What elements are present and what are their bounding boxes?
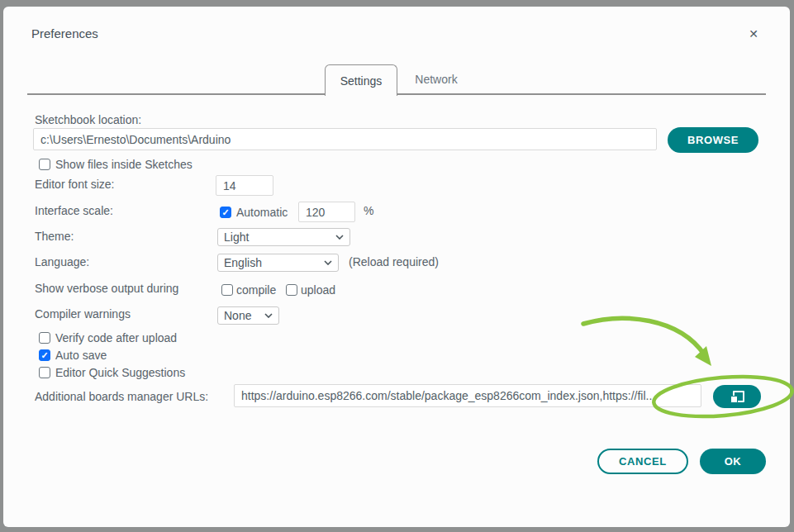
- show-files-checkbox-row[interactable]: Show files inside Sketches: [39, 158, 193, 171]
- boards-urls-label: Additional boards manager URLs:: [35, 390, 208, 403]
- compiler-warnings-label: Compiler warnings: [35, 307, 131, 321]
- verbose-compile-row[interactable]: compile: [221, 283, 276, 297]
- interface-scale-label: Interface scale:: [35, 204, 113, 217]
- chevron-down-icon: [264, 313, 273, 318]
- quick-suggestions-label: Editor Quick Suggestions: [55, 366, 185, 379]
- auto-save-row[interactable]: Auto save: [39, 349, 107, 362]
- compiler-warnings-select[interactable]: None: [217, 306, 279, 325]
- chevron-down-icon: [335, 235, 344, 240]
- chevron-down-icon: [324, 260, 332, 265]
- boards-urls-dialog-button[interactable]: [713, 385, 761, 408]
- theme-select-value: Light: [224, 230, 249, 244]
- auto-save-label: Auto save: [55, 349, 107, 362]
- interface-scale-auto-checkbox[interactable]: [220, 207, 231, 218]
- preferences-dialog: Preferences ✕ Settings Network Sketchboo…: [3, 7, 790, 527]
- cancel-button[interactable]: CANCEL: [597, 449, 688, 474]
- editor-font-size-label: Editor font size:: [35, 178, 115, 191]
- page-title: Preferences: [31, 26, 98, 40]
- show-files-label: Show files inside Sketches: [55, 158, 193, 171]
- overlapping-windows-icon: [730, 391, 744, 403]
- tab-settings[interactable]: Settings: [325, 64, 397, 96]
- theme-select[interactable]: Light: [217, 228, 350, 246]
- interface-scale-input[interactable]: [298, 202, 355, 222]
- quick-suggestions-row[interactable]: Editor Quick Suggestions: [39, 366, 185, 379]
- auto-save-checkbox[interactable]: [39, 349, 50, 361]
- quick-suggestions-checkbox[interactable]: [39, 367, 50, 378]
- annotation-arrow-shaft: [583, 318, 705, 355]
- tab-network-label: Network: [415, 73, 457, 86]
- language-label: Language:: [35, 255, 89, 268]
- language-reload-note: (Reload required): [349, 255, 439, 268]
- theme-label: Theme:: [35, 230, 74, 243]
- ok-button[interactable]: OK: [700, 449, 766, 474]
- annotation-arrow-head: [695, 346, 711, 366]
- compiler-warnings-value: None: [224, 309, 251, 322]
- show-files-checkbox[interactable]: [39, 159, 50, 170]
- verify-code-row[interactable]: Verify code after upload: [39, 331, 177, 344]
- interface-scale-auto-label: Automatic: [236, 206, 288, 219]
- browse-button[interactable]: BROWSE: [668, 127, 758, 153]
- verbose-upload-row[interactable]: upload: [286, 283, 335, 297]
- verify-code-checkbox[interactable]: [39, 332, 50, 344]
- verbose-upload-label: upload: [301, 283, 335, 297]
- language-select-value: English: [224, 256, 262, 269]
- verbose-upload-checkbox[interactable]: [286, 284, 297, 296]
- language-select[interactable]: English: [217, 254, 339, 272]
- verify-code-label: Verify code after upload: [55, 331, 177, 344]
- tab-settings-label: Settings: [340, 74, 383, 88]
- verbose-compile-checkbox[interactable]: [221, 284, 233, 296]
- verbose-compile-label: compile: [236, 283, 276, 297]
- close-icon[interactable]: ✕: [744, 25, 763, 43]
- sketchbook-location-input[interactable]: [33, 128, 657, 150]
- editor-font-size-input[interactable]: [216, 175, 273, 196]
- boards-urls-input[interactable]: [234, 384, 701, 407]
- interface-scale-unit: %: [364, 204, 373, 217]
- interface-scale-auto-row[interactable]: Automatic: [220, 206, 288, 219]
- verbose-output-label: Show verbose output during: [35, 282, 178, 295]
- sketchbook-location-label: Sketchbook location:: [35, 113, 141, 126]
- annotation-arrow-and-circle: [549, 312, 794, 428]
- tab-network[interactable]: Network: [402, 64, 470, 94]
